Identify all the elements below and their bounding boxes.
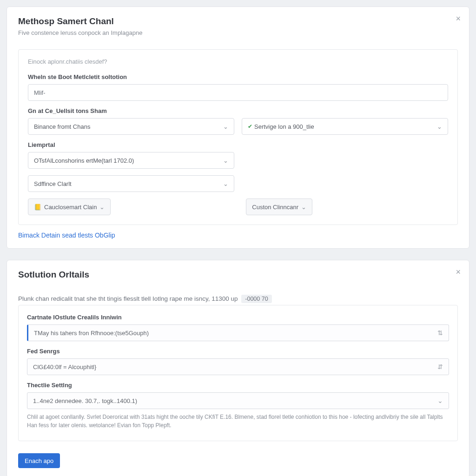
label-thectile: Thectlie Settlng [27, 382, 449, 389]
cartnate-field[interactable]: TMay his tahers fron Rfhnooe:(tse5Gouph)… [27, 324, 449, 341]
chain-select[interactable]: Binance fromt Chans ⌄ [28, 118, 234, 135]
label-lemportal: Liemprtal [28, 141, 448, 148]
cartnate-value: TMay his tahers fron Rfhnooe:(tse5Gouph) [34, 330, 149, 337]
service-select-value: Sertvige lon a 900_tlie [254, 123, 314, 130]
label-when: Wheln ste Boot Metlcletit soltotion [28, 73, 448, 80]
fed-field[interactable]: ClG£40:0lf = Alcouphitl} ⇵ [27, 358, 449, 375]
updown-icon: ⇅ [437, 329, 443, 337]
chain-panel-header: Methosp Samert Chanl Five constence leru… [7, 7, 469, 42]
solution-form: Cartnate IOstlute Crealils Inniwin TMay … [7, 305, 469, 446]
solution-panel-title: Sotlution Orltails [18, 270, 458, 280]
enach-button[interactable]: Enach apo [18, 453, 60, 468]
softline-select-value: Sdffince Clarlt [34, 180, 72, 187]
chevron-down-icon: ⌄ [99, 204, 105, 211]
thectile-select[interactable]: 1..4ne2 dennedee. 30.7,. togk..1400.1) ⌄ [27, 392, 449, 409]
updown-icon: ⇵ [437, 363, 443, 370]
custom-connector-label: Custon Clinncanr [252, 204, 298, 211]
thectile-hint: Chlil at agoet conllanlly. Svrlet Doeror… [27, 413, 449, 432]
check-icon: ✔ [248, 123, 252, 130]
close-icon[interactable]: × [456, 268, 461, 276]
chain-form-hint: Einock aplonr.chatiis clesdef? [28, 58, 448, 65]
label-cartnate: Cartnate IOstlute Crealils Inniwin [27, 314, 449, 321]
service-select[interactable]: ✔ Sertvige lon a 900_tlie ⌄ [242, 118, 448, 135]
chain-panel: Methosp Samert Chanl Five constence leru… [7, 7, 469, 249]
solution-panel-header: Sotlution Orltails × [7, 260, 469, 288]
cauclosemart-label: Cauclosemart Clain [44, 204, 97, 211]
close-icon[interactable]: × [456, 14, 461, 23]
chain-panel-title: Methosp Samert Chanl [18, 16, 458, 26]
chevron-down-icon: ⌄ [223, 157, 228, 164]
thectile-value: 1..4ne2 dennedee. 30.7,. togk..1400.1) [33, 397, 137, 404]
when-input[interactable]: Mlif- [28, 84, 448, 101]
chevron-down-icon: ⌄ [223, 180, 228, 187]
chevron-down-icon: ⌄ [223, 123, 228, 130]
cauclosemart-button[interactable]: 📒 Cauclosemart Clain ⌄ [28, 198, 111, 215]
lemportal-select-value: OTsfAlLconshorins ertMe(tarl 1702.0) [34, 157, 134, 164]
chain-panel-body: Einock aplonr.chatiis clesdef? Wheln ste… [7, 42, 469, 248]
solution-footer: Enach apo [7, 446, 469, 476]
label-fed: Fed Senrgs [27, 348, 449, 355]
custom-connector-button[interactable]: Custon Clinncanr ⌄ [246, 198, 312, 215]
chevron-down-icon: ⌄ [437, 397, 443, 404]
chevron-down-icon: ⌄ [301, 204, 306, 211]
chain-select-value: Binance fromt Chans [34, 123, 90, 130]
solution-lead: Plunk chan redicalit tnat she tht tingis… [7, 288, 469, 305]
softline-select[interactable]: Sdffince Clarlt ⌄ [28, 175, 234, 192]
chevron-down-icon: ⌄ [437, 123, 442, 130]
bimack-link[interactable]: Bimack Detain sead tlests ObGlip [18, 231, 115, 239]
solution-lead-badge: -0000 70 [241, 295, 271, 303]
when-input-value: Mlif- [34, 89, 46, 96]
solution-panel: Sotlution Orltails × Plunk chan redicali… [7, 260, 469, 476]
label-chain: Gn at Ce_Uellsit tons Sham [28, 107, 448, 114]
fed-value: ClG£40:0lf = Alcouphitl} [33, 364, 96, 370]
notebook-icon: 📒 [34, 204, 41, 211]
chain-form-box: Einock aplonr.chatiis clesdef? Wheln ste… [18, 49, 458, 225]
lemportal-select[interactable]: OTsfAlLconshorins ertMe(tarl 1702.0) ⌄ [28, 152, 234, 169]
solution-lead-text: Plunk chan redicalit tnat she tht tingis… [18, 295, 238, 302]
solution-form-box: Cartnate IOstlute Crealils Inniwin TMay … [18, 305, 458, 441]
chain-panel-subtitle: Five constence leruss conpock an Implaga… [18, 29, 458, 36]
